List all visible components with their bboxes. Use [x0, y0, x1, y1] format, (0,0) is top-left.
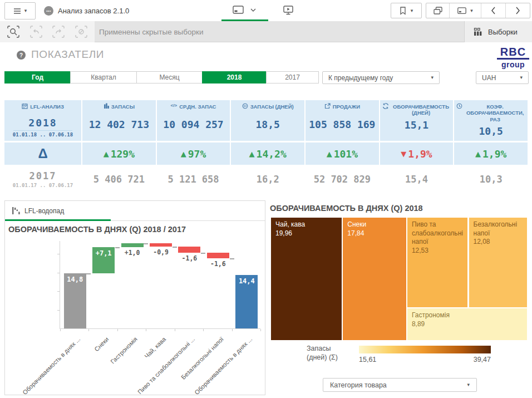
kpi-main-cell[interactable]: LFL-АНАЛИЗ 2018 01.01.18 .. 07.06.18	[4, 100, 81, 141]
help-icon[interactable]: ?	[17, 51, 26, 60]
clear-selections-icon[interactable]	[75, 26, 87, 38]
step-forward-icon[interactable]	[52, 26, 65, 38]
kpi-prev-value: 5 406 721	[82, 165, 156, 193]
up-arrow-icon: ▲	[327, 150, 332, 158]
category-dropdown[interactable]: Категория товара ▾	[323, 378, 477, 392]
tab-lfl-waterfall[interactable]: LFL-водопад	[5, 201, 64, 220]
logo-text-rbc: RBC	[497, 46, 529, 60]
treemap-block-value: 12,08	[474, 238, 523, 247]
y-axis-tick	[57, 310, 60, 311]
kpi-main-cell[interactable]: ПРОДАЖИ 105 858 169	[306, 100, 379, 141]
caret-down-icon: ▾	[411, 8, 413, 13]
presentation-mode-button[interactable]	[283, 6, 293, 15]
kpi-delta-cell[interactable]: ▲ 101%	[306, 143, 379, 165]
sheet-view-button[interactable]	[233, 6, 256, 14]
waterfall-connector	[115, 247, 120, 248]
delta-symbol: Δ	[38, 146, 47, 161]
waterfall-bar[interactable]: +7,1	[92, 247, 115, 273]
treemap-block[interactable]: Безалкогольні напої12,08	[469, 218, 528, 307]
chevron-down-icon	[250, 8, 256, 12]
kpi-delta-pct: 97%	[188, 148, 206, 160]
waterfall-plot: 14,8+7,1+1,0-0,9-1,6-1,614,4	[60, 241, 260, 329]
waterfall-bar-label: +7,1	[92, 247, 115, 257]
sheet-navigation-group: ▾	[426, 3, 530, 18]
chevron-left-icon	[491, 7, 496, 14]
bookmarks-button[interactable]: ▾	[391, 3, 422, 18]
app-icon[interactable]: •••	[44, 6, 53, 16]
treemap-block-name: Безалкогольні напої	[474, 220, 523, 238]
up-arrow-icon: ▲	[475, 150, 481, 158]
kpi-delta-pct: 101%	[334, 148, 358, 160]
period-button-month[interactable]: Месяц	[136, 71, 203, 83]
currency-dropdown[interactable]: UAH ▾	[476, 71, 529, 84]
waterfall-axis-label: Оборачиваемость в днях ...	[193, 336, 253, 396]
selections-tool-label: Выборки	[488, 28, 518, 36]
hidden-selections-message: Применены скрытые выборки	[99, 21, 204, 42]
kpi-delta-cell[interactable]: ▲ 14,2%	[231, 143, 304, 165]
waterfall-bar[interactable]: +1,0	[121, 243, 144, 247]
sheet-list-button[interactable]: ▾	[449, 3, 481, 18]
comparison-dropdown[interactable]: К предыдущему году ▾	[322, 71, 440, 84]
waterfall-bar-label: -1,6	[175, 254, 204, 262]
app-title: Анализ запасов 2.1.0	[58, 7, 129, 15]
kpi-label: ОБОРАЧИВАЕМОСТЬ (ДНЕЙ)	[391, 104, 451, 116]
year-button-2018[interactable]: 2018	[202, 71, 267, 83]
overlapping-sheets-icon	[434, 7, 442, 15]
period-button-quarter[interactable]: Квартал	[70, 71, 137, 83]
treemap-block[interactable]: Пиво та слабоалкогольні напої12,53	[407, 218, 468, 307]
kpi-main-cell[interactable]: </> СР.ДН. ЗАПАС 10 094 257	[157, 100, 230, 141]
waterfall-bar-label: -1,6	[204, 260, 233, 268]
global-menu-button[interactable]: ▾	[4, 2, 36, 19]
treemap-block[interactable]: Чай, кава19,96	[271, 218, 342, 340]
y-axis-tick	[57, 291, 60, 292]
kpi-delta-cell[interactable]: ▲ 97%	[157, 143, 230, 165]
smart-search-icon[interactable]	[7, 26, 19, 38]
kpi-prev-value: 5 121 658	[157, 165, 230, 193]
kpi-header: ЗАПАСЫ (ДНЕЙ)	[231, 104, 304, 116]
divider	[13, 130, 72, 131]
kpi-delta-cell[interactable]: ▲ 129%	[82, 143, 156, 165]
year-button-2017[interactable]: 2017	[266, 71, 319, 83]
kpi-main-cell[interactable]: ЗАПАСЫ 12 402 713	[82, 100, 156, 141]
kpi-delta-cell[interactable]: ▼ 1,9%	[380, 143, 454, 165]
kpi-delta-pct: 1,9%	[408, 148, 432, 160]
waterfall-bar-label: 14,8	[64, 273, 86, 283]
kpi-column-lfl: LFL-АНАЛИЗ 2018 01.01.18 .. 07.06.18 Δ 2…	[4, 100, 81, 193]
kpi-delta-pct: 14,2%	[257, 148, 287, 160]
waterfall-bar[interactable]: -1,6	[178, 247, 200, 253]
treemap-block[interactable]: Гастрономія8,89	[407, 308, 527, 340]
waterfall-bar[interactable]: -1,6	[207, 253, 229, 259]
kpi-main-cell[interactable]: КОЭФ. ОБОРАЧИВАЕМОСТИ, РАЗ 10,5	[454, 100, 528, 141]
waterfall-bar-label: 14,4	[235, 275, 258, 285]
waterfall-bar[interactable]: -0,9	[150, 243, 172, 247]
step-back-icon[interactable]	[30, 26, 42, 38]
kpi-main-cell[interactable]: ОБОРАЧИВАЕМОСТЬ (ДНЕЙ) 15,1	[380, 100, 454, 141]
waterfall-icon	[12, 207, 20, 214]
previous-sheet-button[interactable]	[481, 3, 505, 18]
comparison-dropdown-value: К предыдущему году	[328, 74, 393, 82]
clock-icon	[456, 103, 462, 109]
period-button-year[interactable]: Год	[4, 71, 71, 83]
refresh-icon	[382, 103, 389, 109]
selections-tool-button[interactable]: Выборки	[464, 21, 532, 42]
kpi-date-range: 01.01.18 .. 07.06.18	[4, 132, 81, 137]
kpi-prev-date-range: 01.01.17 .. 07.06.17	[13, 183, 73, 188]
treemap-block-value: 17,84	[347, 229, 402, 238]
waterfall-connector	[86, 273, 91, 274]
kpi-main-cell[interactable]: ЗАПАСЫ (ДНЕЙ) 18,5	[231, 100, 304, 141]
waterfall-bar[interactable]: 14,4	[235, 275, 258, 328]
next-sheet-button[interactable]	[505, 3, 530, 18]
sheet-icon	[233, 6, 244, 14]
kpi-delta-cell[interactable]: ▲ 1,9%	[454, 143, 528, 165]
kpi-label: ЗАПАСЫ	[111, 104, 135, 110]
kpi-value: 15,1	[380, 119, 454, 131]
caret-down-icon: ▾	[520, 75, 523, 80]
treemap-block[interactable]: Снеки17,84	[343, 218, 406, 340]
kpi-column-turnover-days: ОБОРАЧИВАЕМОСТЬ (ДНЕЙ) 15,1 ▼ 1,9% 15,4	[380, 100, 454, 193]
kpi-prev-value: 10,3	[454, 165, 528, 193]
presentation-icon	[283, 6, 293, 15]
waterfall-bar[interactable]: 14,8	[64, 273, 86, 328]
waterfall-connector	[144, 243, 148, 244]
duplicate-sheet-button[interactable]	[426, 3, 449, 18]
kpi-delta-cell[interactable]: Δ	[4, 143, 81, 165]
